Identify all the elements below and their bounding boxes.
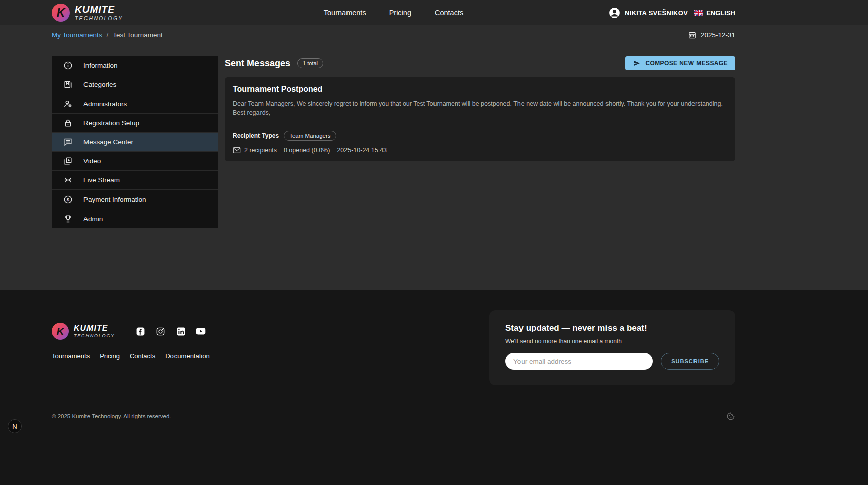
nav-tournaments[interactable]: Tournaments [324,9,366,17]
footer-link-documentation[interactable]: Documentation [165,352,209,360]
sidebar-item-label: Live Stream [83,176,120,184]
compose-button-label: COMPOSE NEW MESSAGE [645,60,728,67]
sidebar-item-message-center[interactable]: Message Center [52,133,218,152]
video-icon [63,156,73,166]
tournament-date: 2025-12-31 [688,31,735,39]
uk-flag-icon [694,10,703,16]
breadcrumb-separator: / [107,31,109,39]
brand-letter: K [57,6,65,20]
top-header-bar: K KUMITE TECHNOLOGY Tournaments Pricing … [0,0,868,25]
footer-link-tournaments[interactable]: Tournaments [52,352,90,360]
brand-text: KUMITE TECHNOLOGY [75,5,123,21]
message-body: Dear Team Managers, We sincerely regret … [233,100,727,117]
user-name: NIKITA SVEŠNIKOV [625,9,688,17]
footer-divider [125,322,125,340]
footer-brand-name: KUMITE [74,324,115,332]
footer-links: Tournaments Pricing Contacts Documentati… [52,352,210,360]
sidebar-item-label: Payment Information [83,196,146,203]
sidebar-item-label: Categories [83,81,116,88]
send-icon [633,59,641,67]
sidebar-item-label: Registration Setup [83,119,139,127]
sidebar-item-registration-setup[interactable]: Registration Setup [52,114,218,133]
page-title: Sent Messages [225,58,290,69]
subscribe-button[interactable]: SUBSCRIBE [661,353,719,370]
breadcrumb-current: Test Tournament [113,31,163,39]
main-panel: Sent Messages 1 total COMPOSE NEW MESSAG… [225,56,735,228]
mail-icon [233,147,241,154]
footer-link-pricing[interactable]: Pricing [100,352,120,360]
live-stream-icon [63,175,73,185]
page: K KUMITE TECHNOLOGY Tournaments Pricing … [0,0,868,485]
copyright-text: © 2025 Kumite Technology. All rights res… [52,413,171,419]
linkedin-icon[interactable] [176,326,186,336]
brand-subtitle: TECHNOLOGY [75,16,123,21]
language-selector[interactable]: ENGLISH [694,9,735,17]
trophy-icon [63,214,73,224]
facebook-icon[interactable] [135,326,145,336]
cookie-settings-icon[interactable] [726,412,735,421]
nav-contacts[interactable]: Contacts [435,9,463,17]
content-area: Information Categories [0,45,868,290]
footer-brand-letter: K [56,325,64,337]
footer-link-contacts[interactable]: Contacts [130,352,155,360]
nav-pricing[interactable]: Pricing [389,9,411,17]
footer-brand-logo[interactable]: K KUMITE TECHNOLOGY [52,323,115,340]
footer-brand-subtitle: TECHNOLOGY [74,334,115,338]
message-divider [225,124,735,124]
lock-icon [63,118,73,128]
instagram-icon[interactable] [155,326,165,336]
administrators-icon [63,99,73,109]
footer: K KUMITE TECHNOLOGY [0,290,868,485]
opened-stat: 0 opened (0.0%) [284,147,330,154]
breadcrumb: My Tournaments / Test Tournament [52,31,163,39]
calendar-icon [688,31,697,39]
info-icon [63,61,73,71]
tournament-date-value: 2025-12-31 [701,31,735,39]
svg-text:$: $ [66,197,69,202]
sidebar-item-label: Video [83,157,101,165]
breadcrumb-my-tournaments[interactable]: My Tournaments [52,31,102,39]
recipient-types-label: Recipient Types [233,132,279,139]
newsletter-card: Stay updated — never miss a beat! We'll … [489,310,735,385]
sidebar-item-video[interactable]: Video [52,152,218,171]
sidebar-item-categories[interactable]: Categories [52,75,218,94]
main-nav: Tournaments Pricing Contacts [324,9,463,17]
sidebar-item-administrators[interactable]: Administrators [52,94,218,114]
language-label: ENGLISH [706,9,735,17]
message-icon [63,137,73,147]
categories-icon [63,80,73,90]
message-title: Tournament Postponed [233,85,727,94]
dev-tools-badge[interactable]: N [8,419,22,433]
breadcrumb-bar: My Tournaments / Test Tournament 2025-12 [0,25,868,45]
sidebar-item-label: Message Center [83,138,133,146]
payment-icon: $ [63,195,73,205]
brand-name: KUMITE [75,5,123,14]
footer-brand-logo-icon: K [52,323,69,340]
sidebar-item-label: Administrators [83,100,127,108]
youtube-icon[interactable] [196,326,206,336]
sent-message-card[interactable]: Tournament Postponed Dear Team Managers,… [225,77,735,161]
newsletter-title: Stay updated — never miss a beat! [505,323,719,333]
tournament-sidebar: Information Categories [52,56,218,228]
sidebar-item-label: Information [83,62,118,69]
brand-logo-icon: K [52,4,70,22]
user-avatar-icon [608,7,621,19]
sidebar-item-information[interactable]: Information [52,56,218,75]
sidebar-item-admin[interactable]: Admin [52,209,218,228]
recipients-count: 2 recipients [244,147,277,154]
brand-logo[interactable]: K KUMITE TECHNOLOGY [52,4,123,22]
sidebar-item-payment-information[interactable]: $ Payment Information [52,190,218,209]
newsletter-email-input[interactable] [505,353,653,370]
user-menu[interactable]: NIKITA SVEŠNIKOV [608,7,688,19]
sent-timestamp: 2025-10-24 15:43 [337,147,387,154]
sidebar-item-label: Admin [83,215,103,223]
total-count-badge: 1 total [297,58,323,68]
recipient-type-chip: Team Managers [284,131,336,141]
newsletter-subtitle: We'll send no more than one email a mont… [505,338,719,345]
sidebar-item-live-stream[interactable]: Live Stream [52,171,218,190]
compose-new-message-button[interactable]: COMPOSE NEW MESSAGE [625,56,735,70]
